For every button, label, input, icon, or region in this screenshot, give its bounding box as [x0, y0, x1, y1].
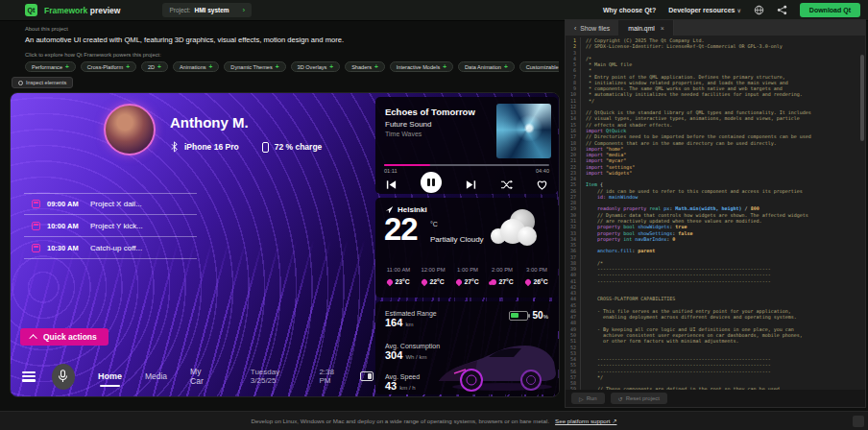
- drop-icon: [455, 277, 463, 285]
- hmi-dashboard-preview[interactable]: Anthony M. iPhone 16 Pro 72 % charge 09:…: [10, 92, 560, 397]
- tag-shaders[interactable]: Shaders+: [345, 61, 385, 72]
- progress-fill: [384, 164, 430, 166]
- tag-2d[interactable]: 2D+: [141, 61, 168, 72]
- share-icon[interactable]: [777, 5, 787, 15]
- calendar-icon: [32, 244, 40, 252]
- tag-customizable-materials[interactable]: Customizable Materials+: [519, 61, 559, 72]
- top-bar: Qt Framework preview Project: HMI system…: [0, 0, 868, 21]
- range-value: 164: [385, 317, 402, 328]
- quick-actions-button[interactable]: Quick actions: [20, 328, 108, 346]
- app-title: Framework preview: [44, 6, 120, 15]
- schedule-title: Catch-up coff...: [90, 244, 142, 252]
- weather-hour: 11:00 AM: [381, 267, 416, 273]
- progress-bar[interactable]: [384, 164, 549, 166]
- project-selector[interactable]: Project: HMI system ›: [162, 3, 252, 17]
- nav-date: Tuesday 3/25/25: [251, 368, 302, 385]
- weather-hour: 2:00 PM: [485, 267, 519, 273]
- tag-3d-overlays[interactable]: 3D Overlays+: [291, 61, 341, 72]
- range-unit: km: [405, 322, 413, 327]
- footer-text: Develop on Linux, Windows or Mac and dep…: [252, 418, 550, 424]
- link-why-choose-qt[interactable]: Why choose Qt?: [603, 7, 656, 13]
- weather-temp: 27°C: [485, 278, 519, 285]
- avatar[interactable]: [104, 104, 156, 155]
- plus-icon: +: [276, 63, 279, 70]
- tag-dynamic-themes[interactable]: Dynamic Themes+: [224, 61, 285, 72]
- globe-icon[interactable]: [754, 5, 764, 15]
- microphone-icon: [58, 370, 68, 383]
- pause-button[interactable]: [421, 172, 442, 193]
- code-line: 59 // These components are defined in th…: [566, 386, 865, 390]
- vehicle-stats-card: Estimated Range 164 km 50% Avg. Consumpt…: [375, 301, 558, 394]
- plus-icon: +: [374, 63, 378, 70]
- shuffle-icon[interactable]: [500, 179, 513, 191]
- link-developer-resources[interactable]: Developer resources ∨: [668, 7, 741, 13]
- favorite-icon[interactable]: [536, 179, 548, 191]
- chevron-right-icon: ›: [243, 6, 246, 14]
- editor-scrollbar[interactable]: [860, 55, 864, 141]
- nav-item-home[interactable]: Home: [98, 371, 122, 381]
- consumption-unit: Wh / km: [405, 354, 426, 360]
- cloud-icon: [491, 279, 496, 285]
- device-name: iPhone 16 Pro: [184, 142, 239, 152]
- car-illustration: [435, 325, 558, 394]
- voice-assistant-button[interactable]: [52, 364, 75, 390]
- tag-list: Performance+Cross-Platform+2D+Animations…: [25, 61, 559, 72]
- nav-time: 2:38 PM: [319, 368, 345, 385]
- schedule-time: 09:00 AM: [47, 200, 84, 208]
- tag-animations[interactable]: Animations+: [173, 61, 219, 72]
- app-title-preview: preview: [90, 6, 121, 15]
- drop-icon: [386, 277, 394, 285]
- previous-track-icon[interactable]: [385, 179, 398, 191]
- code-view[interactable]: 1// Copyright (C) 2025 The Qt Company Lt…: [566, 36, 865, 390]
- qt-logo: Qt: [25, 4, 37, 16]
- inspect-elements-button[interactable]: Inspect elements: [12, 77, 73, 88]
- tab-main-qml[interactable]: main.qml ×: [619, 20, 674, 36]
- close-icon[interactable]: ×: [661, 25, 664, 32]
- weather-temp: 23°C: [381, 278, 416, 285]
- consumption-label: Avg. Consumption: [385, 343, 440, 349]
- schedule-time: 10:30 AM: [47, 244, 84, 252]
- run-button[interactable]: ▷Run: [571, 393, 605, 404]
- weather-hour: 1:00 PM: [450, 267, 485, 273]
- show-files-button[interactable]: ‹Show files: [566, 20, 619, 36]
- tag-interactive-models[interactable]: Interactive Models+: [390, 61, 453, 72]
- tag-data-animation[interactable]: Data Animation+: [458, 61, 515, 72]
- calendar-icon: [32, 222, 40, 230]
- footer-corner-widget[interactable]: [853, 416, 864, 427]
- project-name: HMI system: [194, 7, 229, 13]
- range-label: Estimated Range: [385, 310, 437, 317]
- profile-device-row: iPhone 16 Pro 72 % charge: [170, 141, 322, 153]
- reset-project-button[interactable]: ↺Reset project: [611, 393, 667, 404]
- project-description: An automotive UI created with QML, featu…: [25, 36, 559, 44]
- display-switch-icon[interactable]: [360, 371, 374, 381]
- tag-cross-platform[interactable]: Cross-Platform+: [81, 61, 136, 72]
- profile-name: Anthony M.: [170, 114, 249, 131]
- nav-item-my-car[interactable]: My Car: [190, 367, 214, 386]
- reset-icon: ↺: [618, 395, 623, 402]
- drop-icon: [421, 277, 428, 285]
- weather-hours-row: 11:00 AM12:00 PM1:00 PM2:00 PM3:00 PM: [381, 267, 554, 273]
- inspect-icon: [18, 81, 23, 85]
- weather-unit: °C: [430, 221, 438, 227]
- media-player-card: Echoes of Tomorrow Future Sound Time Wav…: [375, 97, 558, 194]
- weather-card: Helsinki 22 °C Partially Cloudy 11:00 AM…: [375, 198, 558, 298]
- menu-icon[interactable]: [22, 371, 36, 382]
- plus-icon: +: [65, 63, 69, 70]
- app-title-framework: Framework: [44, 6, 87, 15]
- schedule-item[interactable]: 10:30 AMCatch-up coff...: [24, 237, 197, 259]
- calendar-icon: [32, 200, 40, 208]
- download-qt-button[interactable]: Download Qt: [800, 3, 860, 17]
- qt-framework-preview-app: Qt Framework preview Project: HMI system…: [0, 0, 868, 430]
- schedule-item[interactable]: 09:00 AMProject X dail...: [24, 193, 197, 215]
- project-intro: About this project An automotive UI crea…: [25, 26, 559, 72]
- nav-item-media[interactable]: Media: [145, 371, 167, 381]
- tag-performance[interactable]: Performance+: [25, 61, 76, 72]
- elapsed-time: 01:11: [384, 168, 398, 174]
- weather-temp: 27°C: [450, 278, 485, 285]
- schedule-item[interactable]: 10:00 AMProject Y kick...: [24, 215, 197, 237]
- player-controls: [385, 176, 548, 193]
- platform-support-link[interactable]: See platform support ↗: [555, 418, 616, 424]
- next-track-icon[interactable]: [465, 179, 477, 191]
- dashboard-nav-bar: Home Media My Car Tuesday 3/25/25 2:38 P…: [20, 363, 374, 390]
- track-title: Echoes of Tomorrow: [385, 107, 475, 117]
